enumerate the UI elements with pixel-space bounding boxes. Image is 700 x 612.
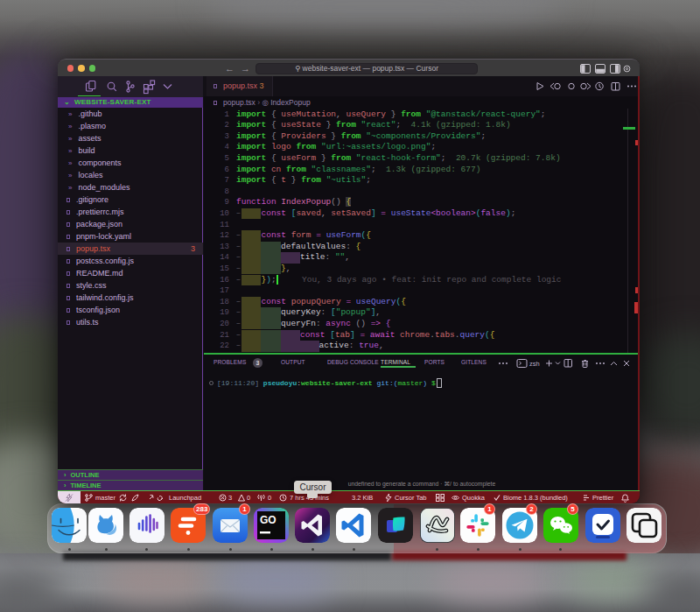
svg-text:zsh: zsh [529,360,540,368]
svg-text:GO: GO [260,514,276,526]
